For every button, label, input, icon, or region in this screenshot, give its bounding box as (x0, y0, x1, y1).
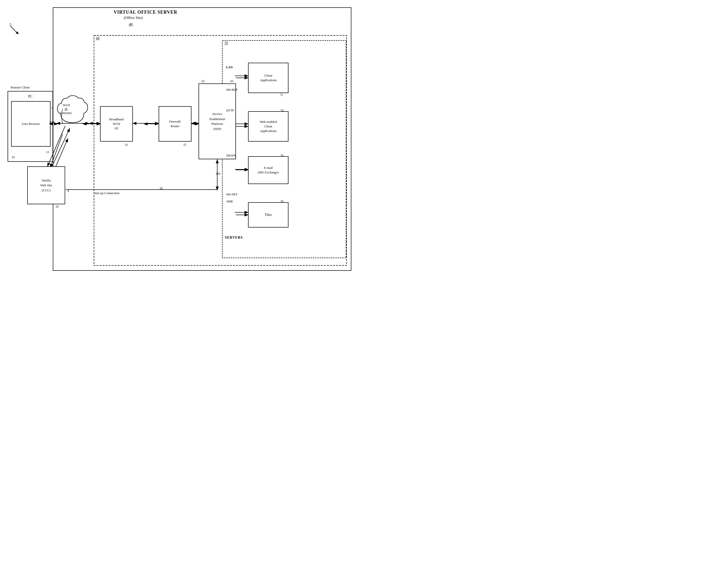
http-label: HTTP (226, 109, 234, 112)
sep-region-num: 62 (202, 79, 205, 83)
wan-cloud (56, 93, 89, 126)
region70-label: 70 (224, 41, 228, 45)
num59-label: 59 (160, 186, 163, 190)
firewall-label: Firewall/Router (169, 119, 181, 128)
client-apps-num: 72 (280, 93, 283, 97)
sep-box: ServiceEnablementPlatform(SEP) (199, 83, 236, 159)
netilla-num: 20 (56, 205, 59, 208)
servers-label: SERVERS (225, 235, 243, 240)
svg-marker-18 (16, 31, 18, 34)
num5-label: 5 (10, 23, 11, 27)
main-num: 40 (129, 22, 133, 27)
broadband-box: BroadbandWANI/F (100, 106, 133, 141)
files-label: Files (265, 213, 272, 217)
svg-line-32 (52, 128, 70, 166)
svg-line-17 (11, 27, 18, 34)
broadband-label: BroadbandWANI/F (109, 117, 124, 131)
client-apps-label: ClientApplications (260, 73, 277, 82)
num5-arrow (10, 25, 20, 35)
smb-label: SMB (226, 200, 233, 203)
sep-num: 65 (230, 79, 233, 83)
num17-label: 17 (50, 107, 53, 110)
num200-label: 200 (216, 172, 220, 176)
pc-label: PC (28, 94, 32, 99)
svg-line-12 (56, 139, 68, 167)
files-box: Files (248, 202, 288, 227)
user-browser-label: User Browser (22, 122, 40, 126)
wan-num: 30 (64, 107, 67, 111)
dialup-label: Dial-up Connection (93, 191, 119, 195)
msnet-label: MS-NET (226, 193, 238, 196)
imap4-label: IMAP4 (226, 154, 235, 157)
wan-sub: (Internet) (60, 111, 71, 115)
netilla-label: NetillaWeb Site(CCC) (40, 178, 52, 193)
user-browser-num: 15 (46, 150, 49, 154)
region60-label: 60 (96, 36, 100, 40)
netilla-box: NetillaWeb Site(CCC) (27, 166, 65, 204)
web-enabled-box: Web-enabledClientApplications (248, 111, 288, 141)
user-browser-box: User Browser (11, 101, 51, 147)
email-box: E-mail(MS Exchange) (248, 156, 288, 184)
diagram: 5 VIRTUAL OFFICE SERVER (Office Site) 40… (0, 0, 364, 282)
title-main: VIRTUAL OFFICE SERVER (114, 10, 177, 15)
wan-label: WAN (63, 103, 70, 107)
broadband-num: 53 (125, 143, 128, 147)
web-enabled-label: Web-enabledClientApplications (260, 120, 277, 133)
sep-label: ServiceEnablementPlatform(SEP) (209, 111, 225, 131)
client-apps-box: ClientApplications (248, 63, 288, 93)
ssl-label: SSL (50, 120, 55, 124)
firewall-num: 57 (183, 143, 186, 147)
pc-num: 10 (12, 155, 15, 159)
msrdp-label: MS-RDP (226, 88, 238, 92)
lan-label: LAN (226, 65, 233, 69)
pc-box: PC User Browser 15 10 (8, 91, 53, 162)
remote-client-label: Remote Client (11, 85, 30, 89)
email-label: E-mail(MS Exchange) (258, 165, 279, 175)
title-sub: (Office Site) (124, 16, 143, 20)
firewall-box: Firewall/Router (159, 106, 191, 141)
